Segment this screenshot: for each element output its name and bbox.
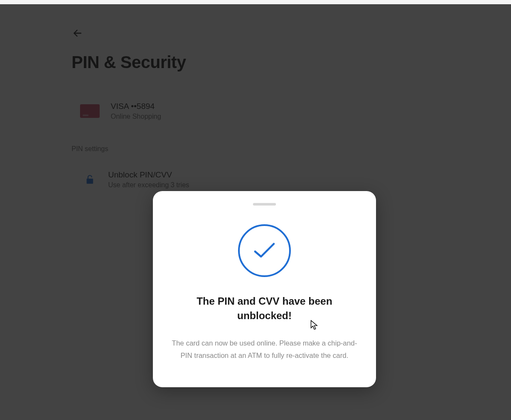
window-top-strip [0,0,511,4]
modal-title: The PIN and CVV have been unblocked! [188,294,341,324]
success-modal: The PIN and CVV have been unblocked! The… [153,191,376,387]
modal-description: The card can now be used online. Please … [170,337,359,362]
drag-handle[interactable] [253,203,276,206]
success-check-icon [238,224,291,277]
